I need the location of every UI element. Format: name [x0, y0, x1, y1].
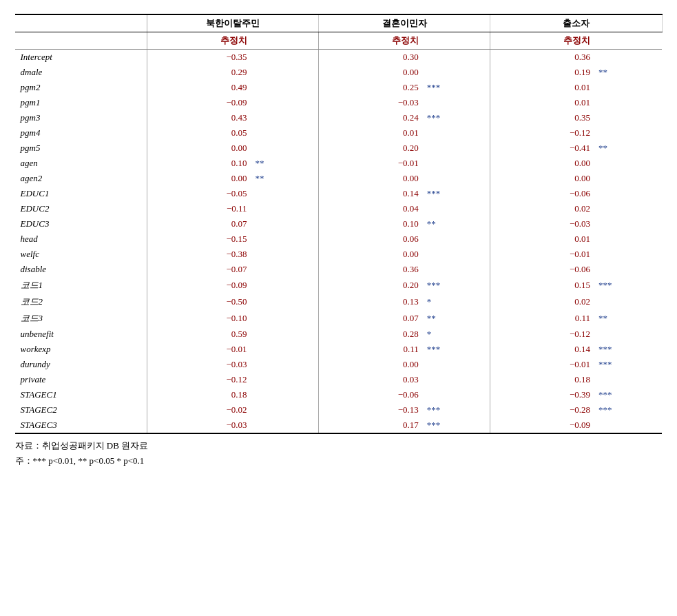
- sig-g1: [253, 372, 319, 387]
- val-g1: 0.49: [147, 80, 252, 95]
- sig-g3: [596, 50, 662, 65]
- val-g1: −0.07: [147, 262, 252, 277]
- table-row: Intercept−0.350.300.36: [15, 50, 663, 65]
- row-label: durundy: [15, 357, 147, 372]
- sig-g3: [596, 247, 662, 262]
- val-g2: −0.01: [318, 156, 424, 171]
- val-g2: 0.20: [318, 141, 424, 156]
- table-row: EDUC2−0.110.040.02: [15, 201, 663, 216]
- table-row: STAGEC10.18−0.06−0.39***: [15, 387, 663, 402]
- row-label: agen: [15, 156, 147, 171]
- val-g1: 0.18: [147, 387, 252, 402]
- sig-g2: [424, 262, 490, 277]
- val-g1: −0.50: [147, 294, 252, 310]
- val-g1: −0.15: [147, 232, 252, 247]
- val-g2: 0.14: [318, 186, 424, 201]
- val-g3: −0.01: [490, 247, 596, 262]
- val-g3: −0.28: [490, 402, 596, 418]
- row-label: disable: [15, 262, 147, 277]
- sig-g1: [253, 95, 319, 110]
- val-g1: −0.09: [147, 277, 252, 294]
- table-row: EDUC1−0.050.14***−0.06: [15, 186, 663, 201]
- val-g2: 0.20: [318, 277, 424, 294]
- val-g3: −0.09: [490, 418, 596, 433]
- row-label: unbenefit: [15, 327, 147, 342]
- val-g2: 0.11: [318, 342, 424, 357]
- val-g3: −0.06: [490, 186, 596, 201]
- val-g3: −0.01: [490, 357, 596, 372]
- row-label: 코드3: [15, 310, 147, 327]
- group-header-3: 출소자: [490, 14, 662, 32]
- val-g1: 0.05: [147, 125, 252, 141]
- sig-g2: [424, 171, 490, 186]
- val-g1: 0.10: [147, 156, 252, 171]
- row-label: EDUC1: [15, 186, 147, 201]
- sig-g1: [253, 186, 319, 201]
- sig-g1: [253, 216, 319, 232]
- sig-g2: [424, 387, 490, 402]
- val-g3: −0.41: [490, 141, 596, 156]
- sub-empty: [15, 32, 147, 50]
- val-g1: 0.43: [147, 110, 252, 125]
- sig-g3: ***: [596, 277, 662, 294]
- sig-g3: ***: [596, 357, 662, 372]
- sig-g1: [253, 110, 319, 125]
- sig-g1: [253, 232, 319, 247]
- row-label: 코드1: [15, 277, 147, 294]
- row-label: private: [15, 372, 147, 387]
- table-row: pgm1−0.09−0.030.01: [15, 95, 663, 110]
- row-label: welfc: [15, 247, 147, 262]
- table-row: STAGEC2−0.02−0.13***−0.28***: [15, 402, 663, 418]
- val-g3: 0.18: [490, 372, 596, 387]
- val-g3: 0.00: [490, 171, 596, 186]
- table-row: workexp−0.010.11***0.14***: [15, 342, 663, 357]
- sig-g2: ***: [424, 277, 490, 294]
- sig-g2: ***: [424, 342, 490, 357]
- sig-g3: [596, 171, 662, 186]
- sig-g2: *: [424, 294, 490, 310]
- sub-sig-1: [253, 32, 319, 50]
- val-g1: −0.05: [147, 186, 252, 201]
- val-g3: 0.36: [490, 50, 596, 65]
- sig-g2: **: [424, 216, 490, 232]
- sub-header-1: 추정치: [147, 32, 252, 50]
- sig-g1: [253, 65, 319, 80]
- row-label: pgm1: [15, 95, 147, 110]
- sig-g1: [253, 387, 319, 402]
- sig-g3: [596, 327, 662, 342]
- val-g1: 0.59: [147, 327, 252, 342]
- sig-g2: ***: [424, 402, 490, 418]
- val-g1: −0.35: [147, 50, 252, 65]
- val-g2: 0.24: [318, 110, 424, 125]
- row-label: Intercept: [15, 50, 147, 65]
- sig-g3: [596, 294, 662, 310]
- sig-g1: [253, 294, 319, 310]
- sig-g3: [596, 95, 662, 110]
- val-g3: 0.02: [490, 294, 596, 310]
- table-row: pgm50.000.20−0.41**: [15, 141, 663, 156]
- sig-g1: [253, 247, 319, 262]
- sig-g2: ***: [424, 186, 490, 201]
- sig-g3: ***: [596, 342, 662, 357]
- sig-g2: [424, 65, 490, 80]
- sig-g3: [596, 201, 662, 216]
- sig-g1: [253, 418, 319, 433]
- sig-g3: **: [596, 141, 662, 156]
- val-g2: 0.00: [318, 247, 424, 262]
- val-g1: −0.12: [147, 372, 252, 387]
- val-g3: 0.19: [490, 65, 596, 80]
- val-g1: 0.07: [147, 216, 252, 232]
- sig-g2: [424, 50, 490, 65]
- sig-g3: ***: [596, 387, 662, 402]
- sig-g3: **: [596, 65, 662, 80]
- sig-g2: [424, 156, 490, 171]
- sig-g1: [253, 80, 319, 95]
- sig-g2: **: [424, 310, 490, 327]
- val-g1: −0.10: [147, 310, 252, 327]
- sig-g3: [596, 156, 662, 171]
- sub-header-3: 추정치: [490, 32, 596, 50]
- sig-g3: **: [596, 310, 662, 327]
- sig-g2: ***: [424, 80, 490, 95]
- val-g3: −0.03: [490, 216, 596, 232]
- val-g3: 0.35: [490, 110, 596, 125]
